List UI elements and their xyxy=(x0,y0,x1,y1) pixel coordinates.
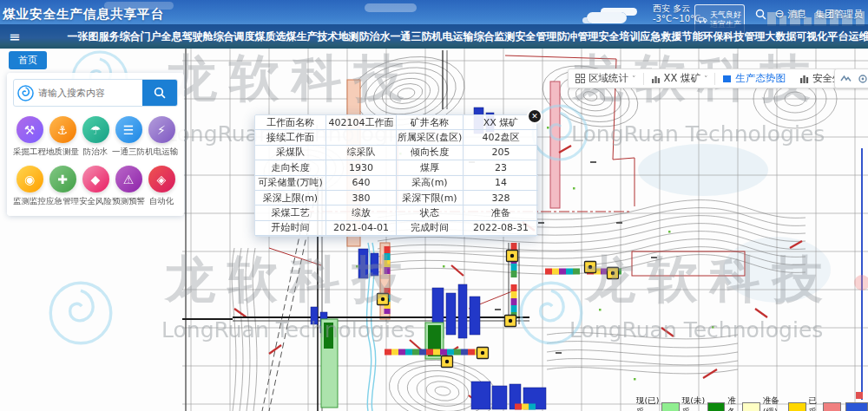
popup-value: 205 xyxy=(464,146,538,160)
popup-label: 采深下限(m) xyxy=(397,191,464,206)
nav-item-coal-quality[interactable]: 煤质选煤 xyxy=(254,29,296,44)
legend-swatch xyxy=(845,402,868,411)
locate-icon[interactable] xyxy=(858,74,868,84)
popup-value: 1930 xyxy=(326,160,397,175)
popup-value: 准备 xyxy=(464,206,538,220)
gem-icon: ◆ xyxy=(82,166,109,192)
user-menu[interactable]: 集团管理员 xyxy=(815,8,863,21)
nav-item-energy-env[interactable]: 节能环保 xyxy=(681,29,723,44)
popup-label: 煤厚 xyxy=(397,160,464,175)
bar-chart-icon xyxy=(799,74,809,83)
popup-value: 640 xyxy=(326,176,397,191)
nav-item-tech-mgmt[interactable]: 科技管理 xyxy=(723,29,765,44)
layers-icon[interactable] xyxy=(840,74,852,84)
popup-value: 328 xyxy=(464,191,538,206)
popup-label: 矿井名称 xyxy=(397,115,464,130)
umbrella-icon: ☂ xyxy=(82,116,109,143)
app-monitoring[interactable]: ◉监测监控 xyxy=(13,166,46,207)
nav-item-monitoring[interactable]: 综合监测 xyxy=(473,29,515,44)
popup-value: 402104工作面 xyxy=(326,115,397,130)
nav-item-safety-mgmt[interactable]: 安全管理 xyxy=(515,29,556,44)
nav-item-portal[interactable]: 综合门户 xyxy=(119,29,161,44)
popup-label: 采煤队 xyxy=(255,146,326,160)
popup-label: 可采储量(万吨) xyxy=(255,176,326,191)
workface-info-popup: ✕ 工作面名称402104工作面矿井名称XX 煤矿 接续工作面所属采区(盘区)4… xyxy=(254,114,537,237)
popup-label: 采煤工艺 xyxy=(255,206,326,220)
legend-swatch xyxy=(742,402,760,411)
legend-label: 已采 xyxy=(809,395,822,411)
app-launcher-panel: ⚒采掘工程 ⚓地质测量 ☂防治水 ☰一通三防 ⚡机电运输 ◉监测监控 ✚应急管理… xyxy=(7,73,184,216)
hamburger-menu-icon[interactable]: ≡ xyxy=(0,29,32,45)
nav-item-platform-ops[interactable]: 平台运维 xyxy=(827,29,868,44)
popup-value: 402盘区 xyxy=(464,130,538,145)
nav-item-bigdata-viz[interactable]: 大数据可视化 xyxy=(765,29,827,44)
popup-label: 走向长度 xyxy=(255,160,326,175)
app-emergency-mgmt[interactable]: ✚应急管理 xyxy=(46,166,79,207)
popup-value: 2021-04-01 xyxy=(326,221,397,236)
messages-button[interactable]: ⊖ 消息 xyxy=(775,7,806,21)
legend-swatch xyxy=(707,402,725,411)
app-geological-survey[interactable]: ⚓地质测量 xyxy=(46,116,79,158)
diamond-icon: ◈ xyxy=(148,166,175,192)
search-button[interactable] xyxy=(142,80,177,106)
popup-label: 倾向长度 xyxy=(397,146,464,160)
legend-label: 准备 xyxy=(727,395,740,411)
plug-icon: ⚡ xyxy=(148,116,175,143)
weather-summary: 西安 多云 -3°C~10°C xyxy=(653,3,700,24)
app-ventilation[interactable]: ☰一通三防 xyxy=(112,116,145,158)
legend-label: 准备(缓) xyxy=(763,395,786,411)
grid-icon xyxy=(575,74,585,83)
longruan-logo-icon xyxy=(17,85,34,101)
sliders-icon: ☰ xyxy=(115,116,142,143)
nav-item-dispatch[interactable]: 综合调度 xyxy=(213,29,254,44)
nav-item-geology-water[interactable]: 地测防治水 xyxy=(338,29,390,44)
chevron-down-icon: ˅ xyxy=(632,75,636,83)
nav-item-ventilation[interactable]: 一通三防 xyxy=(390,29,431,44)
map-view-controls xyxy=(834,68,868,88)
tab-home[interactable]: 首页 xyxy=(9,51,47,69)
popup-label: 开始时间 xyxy=(255,221,326,236)
main-nav: ≡ 一张图服务 综合门户 全息驾驶舱 综合调度 煤质选煤 生产技术 地测防治水 … xyxy=(0,24,868,49)
nav-item-safety-training[interactable]: 安全培训 xyxy=(598,29,640,44)
app-water-control[interactable]: ☂防治水 xyxy=(79,116,112,158)
popup-label: 接续工作面 xyxy=(255,130,326,145)
region-stats-dropdown[interactable]: 区域统计˅ xyxy=(569,72,643,85)
mine-selector-dropdown[interactable]: XX 煤矿˅ xyxy=(644,72,715,85)
medkit-icon: ✚ xyxy=(49,166,76,192)
popup-value: 380 xyxy=(326,191,397,206)
search-icon[interactable] xyxy=(755,9,766,20)
popup-label: 状态 xyxy=(397,206,464,220)
anchor-icon: ⚓ xyxy=(49,116,76,143)
chart-icon: ◉ xyxy=(16,166,43,192)
app-electromechanical[interactable]: ⚡机电运输 xyxy=(145,116,178,158)
nav-item-burst-prevention[interactable]: 防冲管理 xyxy=(556,29,598,44)
app-mining-engineering[interactable]: ⚒采掘工程 xyxy=(13,116,46,158)
app-safety-risk[interactable]: ◆安全风险 xyxy=(79,166,112,207)
app-prediction-warning[interactable]: ⚠预测预警 xyxy=(112,166,145,207)
popup-label: 所属采区(盘区) xyxy=(397,130,464,145)
app-automation[interactable]: ◈自动化 xyxy=(145,166,178,207)
popup-label: 工作面名称 xyxy=(255,115,326,130)
legend-swatch xyxy=(661,402,679,411)
popup-label: 采高(m) xyxy=(397,176,464,191)
map-legend: 现(已)采 现(未)采 准备 准备(缓) 已采 xyxy=(636,395,868,411)
production-situation-button[interactable]: 生产态势图 xyxy=(715,72,792,85)
nav-item-electromechanical[interactable]: 机电运输 xyxy=(431,29,473,44)
cloud-icon xyxy=(587,12,627,23)
nav-item-production-tech[interactable]: 生产技术 xyxy=(296,29,338,44)
popup-value: 综放 xyxy=(326,206,397,220)
legend-label: 现(已)采 xyxy=(636,395,660,411)
warning-icon: ⚠ xyxy=(115,166,142,192)
nav-item-cockpit[interactable]: 全息驾驶舱 xyxy=(161,29,213,44)
search-input[interactable] xyxy=(36,82,142,104)
chevron-down-icon: ˅ xyxy=(704,75,708,83)
legend-swatch xyxy=(788,402,806,411)
popup-label: 采深上限(m) xyxy=(255,191,326,206)
search-icon xyxy=(154,87,166,99)
message-icon: ⊖ xyxy=(775,7,785,20)
page-title: 煤业安全生产信息共享平台 xyxy=(3,6,164,23)
close-icon[interactable]: ✕ xyxy=(527,108,542,124)
nav-item-map-service[interactable]: 一张图服务 xyxy=(67,29,119,44)
popup-value: 14 xyxy=(464,176,538,191)
nav-item-emergency-rescue[interactable]: 应急救援 xyxy=(640,29,681,44)
